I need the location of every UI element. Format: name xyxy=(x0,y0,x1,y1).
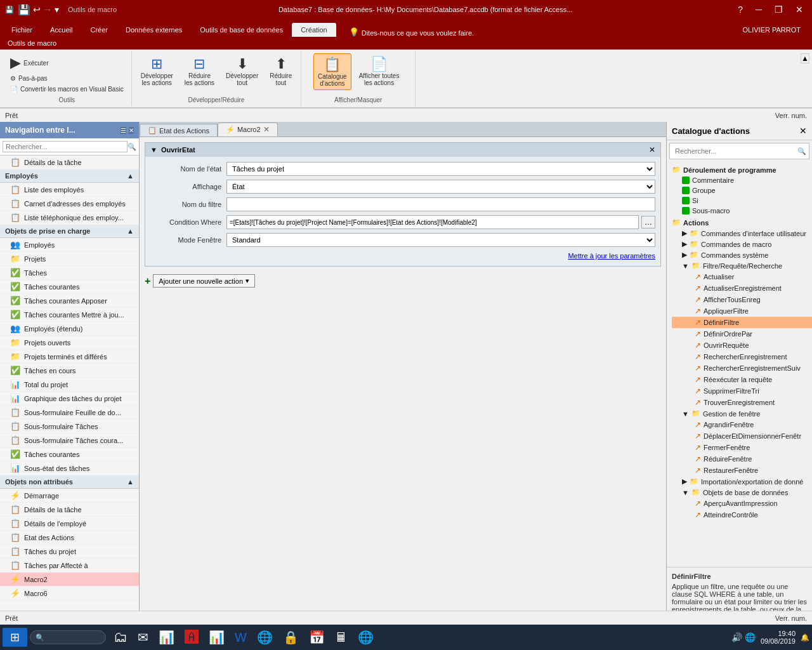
nav-section-objets-prise[interactable]: Objets de prise en charge ▲ xyxy=(0,225,139,238)
nav-item-projets[interactable]: 📁Projets xyxy=(0,252,139,266)
nav-item-macro2[interactable]: ⚡Macro2 xyxy=(0,573,139,587)
affichage-select[interactable]: État xyxy=(226,180,655,194)
taskbar-search[interactable] xyxy=(30,630,106,644)
import-header[interactable]: ▶ 📁 Importation/exportation de donné xyxy=(672,476,812,487)
taskbar-icon-vpn[interactable]: 🔒 xyxy=(278,627,304,647)
cmd-interface-header[interactable]: ▶ 📁 Commandes d'interface utilisateur xyxy=(672,228,812,239)
nav-item-taches-courantes-mettre[interactable]: ✅Tâches courantes Mettre à jou... xyxy=(0,308,139,322)
nav-item-taches-projet[interactable]: 📋Tâches du projet xyxy=(0,545,139,559)
tree-item-actualiser-enreg[interactable]: ↗ActualiserEnregistrement xyxy=(672,282,812,294)
taskbar-icon-access[interactable]: 🅰 xyxy=(180,627,204,648)
tree-item-apercu[interactable]: ↗AperçuAvantImpression xyxy=(672,498,812,509)
objets-bdd-header[interactable]: ▼ 📁 Objets de base de données xyxy=(672,487,812,498)
nav-section-employes[interactable]: Employés ▲ xyxy=(0,169,139,183)
tree-item-appliquer-filtre[interactable]: ↗AppliquerFiltre xyxy=(672,305,812,317)
exécuter-button[interactable]: ▶ Exécuter xyxy=(8,53,126,72)
tab-creation[interactable]: Création xyxy=(292,23,336,37)
tab-accueil[interactable]: Accueil xyxy=(41,23,81,37)
nav-item-taches[interactable]: ✅Tâches xyxy=(0,266,139,280)
restore-button[interactable]: ❐ xyxy=(771,3,787,16)
nav-item-demarrage[interactable]: ⚡Démarrage xyxy=(0,489,139,503)
reduire-tout-button[interactable]: ⬆ Réduiretout xyxy=(266,53,296,89)
nav-item-liste-employes[interactable]: 📋 Liste des employés xyxy=(0,183,139,197)
nav-item-employes[interactable]: 👥Employés xyxy=(0,238,139,252)
start-button[interactable]: ⊞ xyxy=(3,628,27,647)
nav-item-ss-etat-taches[interactable]: 📊Sous-état des tâches xyxy=(0,461,139,475)
cmd-macro-header[interactable]: ▶ 📁 Commandes de macro xyxy=(672,239,812,249)
developper-actions-button[interactable]: ⊞ Développerles actions xyxy=(137,53,177,89)
nav-search-input[interactable] xyxy=(3,141,128,152)
taskbar-icon-mail2[interactable]: 📅 xyxy=(304,627,330,647)
tree-header-deroulement[interactable]: 📁 Déroulement de programme xyxy=(667,164,812,175)
tab-fichier[interactable]: Fichier xyxy=(3,23,41,37)
nav-item-ss-form-feuille[interactable]: 📋Sous-formulaire Feuille de do... xyxy=(0,406,139,420)
nav-item-graphique[interactable]: 📊Graphique des tâches du projet xyxy=(0,392,139,406)
taskbar-icon-edge[interactable]: 🌐 xyxy=(252,627,278,647)
nav-item-carnet-adresses[interactable]: 📋 Carnet d'adresses des employés xyxy=(0,197,139,211)
minimize-button[interactable]: ─ xyxy=(752,3,766,16)
afficher-toutes-button[interactable]: 📄 Afficher toutesles actions xyxy=(355,53,403,89)
taskbar-icon-ppt[interactable]: 📊 xyxy=(204,627,230,647)
nav-item-taches-courantes-apposer[interactable]: ✅Tâches courantes Apposer xyxy=(0,294,139,308)
action-close-button[interactable]: ✕ xyxy=(649,145,655,154)
nom-etat-select[interactable]: Tâches du projet xyxy=(226,162,655,176)
tree-item-reduire-fenetre[interactable]: ↗RéduireFenêtre xyxy=(672,453,812,465)
tree-item-definir-ordre-par[interactable]: ↗DéfinirOrdrePar xyxy=(672,328,812,340)
developper-tout-button[interactable]: ⬇ Développertout xyxy=(222,53,262,89)
nav-item-projets-ouverts[interactable]: 📁Projets ouverts xyxy=(0,336,139,350)
tree-item-si[interactable]: Si xyxy=(667,196,812,206)
nav-item-macro6[interactable]: ⚡Macro6 xyxy=(0,587,139,600)
nav-item-ss-form-taches[interactable]: 📋Sous-formulaire Tâches xyxy=(0,420,139,434)
tree-item-afficher-tous-enreg[interactable]: ↗AfficherTousEnreg xyxy=(672,294,812,305)
condition-builder-button[interactable]: … xyxy=(641,216,655,229)
reduire-actions-button[interactable]: ⊟ Réduireles actions xyxy=(181,53,218,89)
tree-item-trouver-enreg[interactable]: ↗TrouverEnregistrement xyxy=(672,397,812,408)
nom-filtre-input[interactable] xyxy=(226,197,655,211)
help-button[interactable]: ? xyxy=(734,3,747,16)
nav-item-liste-tel[interactable]: 📋 Liste téléphonique des employ... xyxy=(0,211,139,225)
nav-item-total-projet[interactable]: 📊Total du projet xyxy=(0,378,139,392)
nav-item-employes-etendu[interactable]: 👥Employés (étendu) xyxy=(0,322,139,336)
taskbar-icon-browser[interactable]: 🌐 xyxy=(353,627,379,647)
ouvrir-etat-header[interactable]: ▼ OuvrirEtat ✕ xyxy=(145,143,660,157)
tree-item-supprimer-filtre-tri[interactable]: ↗SupprimerFiltreTri xyxy=(672,385,812,397)
condition-input[interactable] xyxy=(226,215,639,229)
pas-a-pas-button[interactable]: ⚙ Pas-à-pas xyxy=(8,74,126,83)
convertir-button[interactable]: 📄 Convertir les macros en Visual Basic xyxy=(8,84,126,94)
tree-item-reexecuter[interactable]: ↗Réexécuter la requête xyxy=(672,374,812,385)
cmd-sys-header[interactable]: ▶ 📁 Commandes système xyxy=(672,249,812,260)
redo-icon[interactable]: → xyxy=(43,4,52,15)
nav-item-details-employe[interactable]: 📋Détails de l'employé xyxy=(0,517,139,531)
taskbar-icon-outlook[interactable]: ✉ xyxy=(133,627,154,647)
nav-item-taches-courantes[interactable]: ✅Tâches courantes xyxy=(0,280,139,294)
tree-item-rechercher-enreg-suiv[interactable]: ↗RechercherEnregistrementSuiv xyxy=(672,362,812,374)
add-action-dropdown[interactable]: ▾ xyxy=(246,277,249,285)
macro2-tab-close[interactable]: ✕ xyxy=(263,125,270,134)
tree-item-agrandir-fenetre[interactable]: ↗AgrandirFenêtre xyxy=(672,419,812,430)
tree-item-sous-macro[interactable]: Sous-macro xyxy=(667,206,812,216)
dropdown-icon[interactable]: ▾ xyxy=(55,4,59,15)
mode-fenetre-select[interactable]: Standard xyxy=(226,233,655,247)
nav-item-details-tache2[interactable]: 📋Détails de la tâche xyxy=(0,503,139,517)
nav-configure-button[interactable]: ☰ xyxy=(121,127,126,134)
save-icon[interactable]: 💾 xyxy=(18,4,30,16)
nav-item-details-tache-top[interactable]: 📋 Détails de la tâche xyxy=(0,156,139,169)
tree-header-actions[interactable]: 📁 Actions xyxy=(667,217,812,228)
tree-item-atteindre-controle[interactable]: ↗AtteindreContrôle xyxy=(672,509,812,521)
tree-item-restaurer-fenetre[interactable]: ↗RestaurerFenêtre xyxy=(672,465,812,476)
close-button[interactable]: ✕ xyxy=(792,3,807,16)
nav-item-taches-en-cours[interactable]: ✅Tâches en cours xyxy=(0,364,139,378)
tree-item-ouvrir-requete[interactable]: ↗OuvrirRequête xyxy=(672,340,812,351)
tree-item-rechercher-enreg[interactable]: ↗RechercherEnregistrement xyxy=(672,351,812,362)
nav-item-ss-form-taches-coura[interactable]: 📋Sous-formulaire Tâches coura... xyxy=(0,434,139,448)
taskbar-icon-word[interactable]: W xyxy=(230,628,252,647)
tree-item-definir-filtre[interactable]: ↗DéfinirFiltre xyxy=(672,317,812,328)
tree-item-fermer-fenetre[interactable]: ↗FermerFenêtre xyxy=(672,442,812,453)
tree-item-commentaire[interactable]: Commentaire xyxy=(667,175,812,185)
catalogue-search-input[interactable] xyxy=(672,146,797,156)
taskbar-notifications[interactable]: 🔔 xyxy=(801,633,809,642)
gestion-fenetre-header[interactable]: ▼ 📁 Gestion de fenêtre xyxy=(672,408,812,419)
nav-close-button[interactable]: ✕ xyxy=(129,127,134,134)
nav-item-projets-termines[interactable]: 📁Projets terminés et différés xyxy=(0,350,139,364)
help-text[interactable]: Dites-nous ce que vous voulez faire. xyxy=(362,29,474,37)
